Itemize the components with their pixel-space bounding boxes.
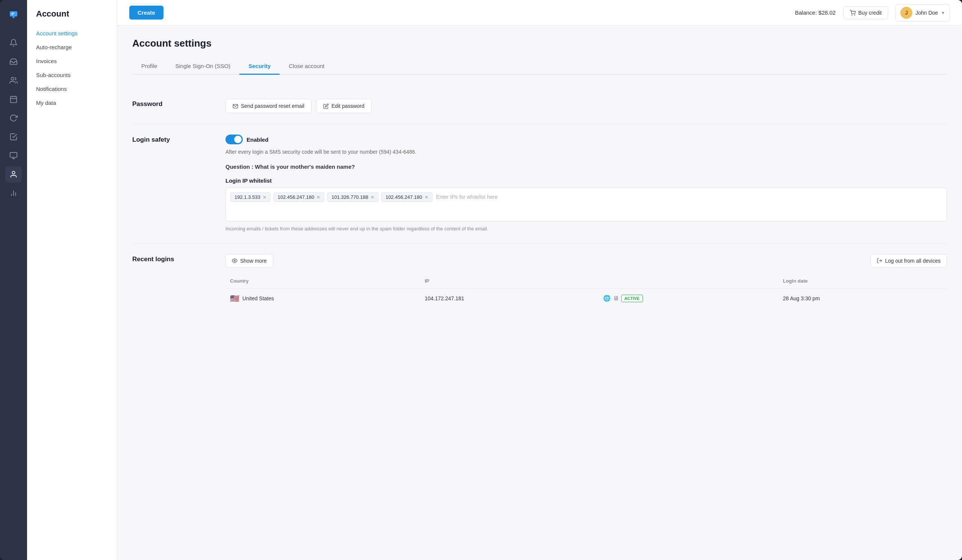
logout-icon: [877, 258, 882, 263]
nav-icon-contacts[interactable]: [5, 72, 22, 89]
ip-tag-value-1: 102.456.247.180: [278, 194, 315, 200]
recent-logins-header: Show more Log out from all devices: [226, 254, 947, 268]
ip-tag-2: 101.326.770.188 ✕: [327, 192, 378, 202]
ip-placeholder: Enter IPs for whitelist here: [436, 192, 498, 202]
recent-logins-content: Show more Log out from all devices: [226, 254, 947, 308]
svg-point-15: [852, 15, 852, 15]
login-date: 28 Aug 3:30 pm: [783, 295, 820, 302]
recent-logins-label: Recent logins: [132, 254, 207, 308]
login-safety-label: Login safety: [132, 134, 207, 232]
show-more-button[interactable]: Show more: [226, 254, 273, 268]
whitelist-hint: Incoming emails / tickets from these add…: [226, 225, 947, 232]
password-section: Password Send password reset email: [132, 88, 947, 124]
nav-icon-analytics[interactable]: [5, 185, 22, 202]
password-content: Send password reset email Edit password: [226, 99, 947, 113]
balance-display: Balance: $28.02: [795, 10, 836, 16]
nav-item-my-data[interactable]: My data: [27, 96, 117, 110]
nav-icon-tasks[interactable]: [5, 129, 22, 145]
table-row: 🇺🇸 United States 104.172.247.181 �: [226, 288, 947, 308]
ip-tag-1: 102.456.247.180 ✕: [274, 192, 324, 202]
nav-section-title: Account: [27, 9, 117, 26]
user-name: John Doe: [915, 10, 938, 16]
monitor-icon: 🖥: [613, 295, 619, 302]
col-status: [599, 275, 779, 289]
cell-country: 🇺🇸 United States: [226, 288, 420, 308]
col-login-date: Login date: [778, 275, 947, 289]
device-icons: 🌐 🖥 ACTIVE: [603, 295, 774, 302]
main-area: Create Balance: $28.02 Buy credit J John…: [117, 0, 962, 560]
buy-credit-button[interactable]: Buy credit: [843, 6, 888, 19]
buy-credit-label: Buy credit: [858, 10, 881, 16]
login-safety-content: Enabled After every login a SMS security…: [226, 134, 947, 232]
tab-security[interactable]: Security: [239, 58, 279, 75]
country-cell: 🇺🇸 United States: [230, 294, 416, 303]
nav-icon-team[interactable]: [5, 147, 22, 164]
send-reset-label: Send password reset email: [241, 103, 304, 109]
svg-rect-4: [11, 97, 17, 103]
sms-desc: After every login a SMS security code wi…: [226, 148, 947, 156]
edit-password-button[interactable]: Edit password: [316, 99, 372, 113]
nav-item-account-settings[interactable]: Account settings: [27, 26, 117, 40]
question-value: What is your mother's maiden name?: [255, 163, 355, 170]
col-country: Country: [226, 275, 420, 289]
ip-whitelist-title: Login IP whitelist: [226, 178, 947, 184]
logout-all-button[interactable]: Log out from all devices: [870, 254, 947, 268]
ip-tag-remove-1[interactable]: ✕: [316, 195, 320, 200]
ip-tag-remove-2[interactable]: ✕: [371, 195, 374, 200]
nav-icon-history[interactable]: [5, 110, 22, 126]
nav-icon-account[interactable]: [5, 166, 22, 182]
tab-profile[interactable]: Profile: [132, 58, 166, 75]
cart-icon: [850, 10, 855, 16]
toggle-row: Enabled: [226, 134, 947, 144]
ip-tag-remove-3[interactable]: ✕: [425, 195, 428, 200]
country-flag: 🇺🇸: [230, 294, 239, 303]
ip-tag-value-3: 102.456.247.180: [386, 194, 422, 200]
edit-password-label: Edit password: [331, 103, 365, 109]
nav-icon-inbox[interactable]: [5, 53, 22, 70]
tab-sso[interactable]: Single Sign-On (SSO): [166, 58, 240, 75]
eye-icon: [232, 258, 237, 263]
chevron-down-icon: ▼: [941, 11, 945, 15]
brand-icon[interactable]: [5, 6, 22, 23]
login-safety-toggle[interactable]: [226, 134, 243, 144]
tab-close-account[interactable]: Close account: [279, 58, 333, 75]
login-ip: 104.172.247.181: [425, 295, 464, 302]
col-ip: IP: [420, 275, 598, 289]
security-question-row: Question : What is your mother's maiden …: [226, 163, 947, 170]
show-more-label: Show more: [240, 258, 267, 264]
ip-tag-3: 102.456.247.180 ✕: [381, 192, 433, 202]
nav-item-invoices[interactable]: Invoices: [27, 54, 117, 68]
user-menu[interactable]: J John Doe ▼: [896, 4, 950, 21]
nav-item-sub-accounts[interactable]: Sub-accounts: [27, 68, 117, 82]
icon-sidebar: [0, 0, 27, 560]
nav-item-notifications[interactable]: Notifications: [27, 82, 117, 96]
svg-point-3: [11, 77, 14, 80]
nav-icon-notifications[interactable]: [5, 35, 22, 51]
toggle-label: Enabled: [247, 136, 268, 143]
page-title: Account settings: [132, 37, 947, 49]
logins-table: Country IP Login date 🇺🇸: [226, 275, 947, 308]
ip-whitelist-input[interactable]: 192.1.3.533 ✕ 102.456.247.180 ✕ 101.326.…: [226, 187, 947, 221]
svg-point-11: [12, 171, 15, 174]
create-button[interactable]: Create: [129, 6, 163, 19]
content-panel: Account settings Profile Single Sign-On …: [117, 26, 962, 560]
logout-all-label: Log out from all devices: [885, 258, 941, 264]
svg-point-16: [854, 15, 855, 15]
send-reset-email-button[interactable]: Send password reset email: [226, 99, 312, 113]
ip-tag-remove-0[interactable]: ✕: [263, 195, 266, 200]
svg-point-17: [234, 260, 236, 261]
password-actions: Send password reset email Edit password: [226, 99, 947, 113]
active-badge: ACTIVE: [621, 295, 643, 302]
svg-rect-0: [10, 11, 17, 16]
password-label: Password: [132, 99, 207, 113]
ip-tag-value-0: 192.1.3.533: [234, 194, 260, 200]
user-avatar: J: [901, 7, 912, 19]
nav-icon-calendar[interactable]: [5, 91, 22, 108]
nav-item-auto-recharge[interactable]: Auto-recharge: [27, 40, 117, 54]
cell-ip: 104.172.247.181: [420, 288, 598, 308]
login-safety-section: Login safety Enabled After every login a…: [132, 124, 947, 244]
recent-logins-section: Recent logins Show more: [132, 244, 947, 319]
topbar: Create Balance: $28.02 Buy credit J John…: [117, 0, 962, 26]
cell-status: 🌐 🖥 ACTIVE: [599, 288, 779, 308]
country-name: United States: [242, 295, 274, 302]
